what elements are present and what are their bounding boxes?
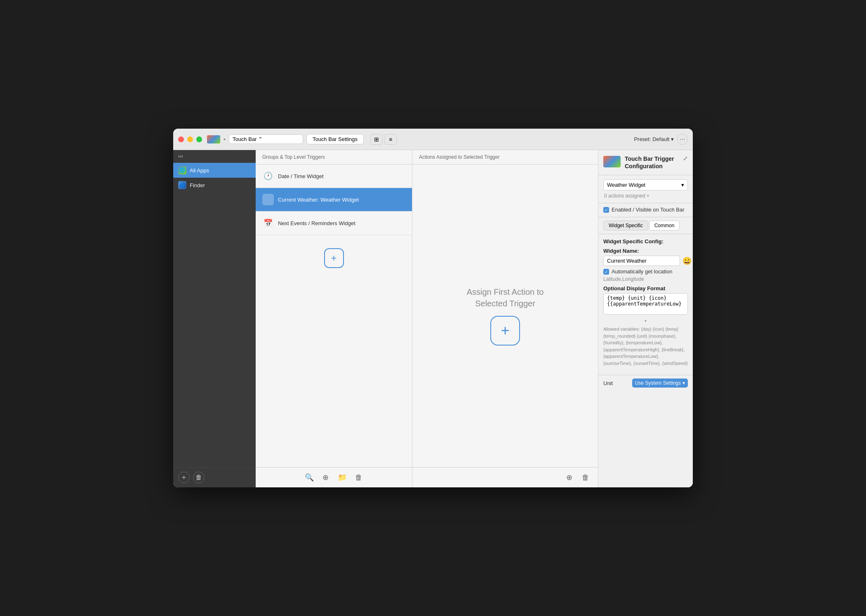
add-action-button[interactable]: ⊕ bbox=[563, 472, 575, 483]
more-options-button[interactable]: ··· bbox=[677, 134, 688, 145]
all-apps-icon: 🌐 bbox=[178, 166, 186, 174]
unit-value: Use System Settings bbox=[635, 380, 681, 386]
trigger-item-date-time[interactable]: 🕐 Date / Time Widget bbox=[256, 165, 412, 188]
right-panel: Touch Bar Trigger Configuration ⤢ Weathe… bbox=[598, 150, 693, 487]
config-section: Widget Specific Config: Widget Name: 😀 ✓… bbox=[598, 234, 693, 375]
triggers-bottom: 🔍 ⊕ 📁 🗑 bbox=[256, 467, 412, 487]
tab-common[interactable]: Common bbox=[649, 221, 680, 230]
enabled-row: ✓ Enabled / Visible on Touch Bar bbox=[598, 203, 693, 217]
enabled-checkbox[interactable]: ✓ bbox=[603, 207, 609, 213]
bullet-separator: • bbox=[603, 317, 688, 324]
right-panel-header: Touch Bar Trigger Configuration ⤢ bbox=[598, 150, 693, 175]
dropdown-chevron-icon: ⌃ bbox=[258, 136, 263, 142]
assign-action-button[interactable]: + bbox=[490, 316, 520, 346]
next-events-label: Next Events / Reminders Widget bbox=[278, 220, 355, 226]
auto-location-row: ✓ Automatically get location bbox=[603, 268, 688, 275]
group-triggers-button[interactable]: 📁 bbox=[337, 472, 348, 483]
check-icon: ✓ bbox=[605, 208, 608, 212]
date-time-label: Date / Time Widget bbox=[278, 173, 324, 179]
weather-widget-icon bbox=[262, 194, 274, 205]
widget-name-label: Widget Name: bbox=[603, 248, 688, 254]
dropdown-arrow-icon: ▾ bbox=[681, 182, 684, 188]
emoji-picker-button[interactable]: 😀 bbox=[682, 256, 692, 266]
add-trigger-icon: + bbox=[331, 252, 337, 264]
traffic-lights bbox=[178, 136, 202, 142]
unit-row: Unit Use System Settings ▾ bbox=[598, 375, 693, 391]
delete-trigger-button[interactable]: 🗑 bbox=[353, 472, 365, 483]
events-icon: 📅 bbox=[262, 217, 274, 229]
all-apps-label: All Apps bbox=[190, 167, 209, 174]
add-app-button[interactable]: + bbox=[178, 472, 190, 483]
sidebar-bottom: + 🗑 bbox=[173, 467, 256, 487]
search-triggers-button[interactable]: 🔍 bbox=[304, 472, 315, 483]
add-trigger-button[interactable]: + bbox=[324, 248, 344, 268]
title-bar: • Touch Bar ⌃ Touch Bar Settings ⊞ ≡ Pre… bbox=[173, 129, 693, 150]
trigger-config-icon bbox=[603, 156, 621, 167]
delete-action-button[interactable]: 🗑 bbox=[580, 472, 591, 483]
unit-dropdown[interactable]: Use System Settings ▾ bbox=[632, 379, 688, 388]
actions-count[interactable]: 0 actions assigned + bbox=[603, 193, 688, 199]
close-button[interactable] bbox=[178, 136, 184, 142]
minimize-button[interactable] bbox=[187, 136, 193, 142]
finder-icon: 🔵 bbox=[178, 181, 186, 189]
actions-column: Assign First Action to Selected Trigger … bbox=[412, 165, 598, 487]
finder-label: Finder bbox=[190, 182, 205, 188]
widget-type-section: Weather Widget ▾ 0 actions assigned + bbox=[598, 175, 693, 203]
delete-app-button[interactable]: 🗑 bbox=[193, 472, 205, 483]
optional-display-label: Optional Display Format bbox=[603, 285, 688, 292]
content-header: Groups & Top Level Triggers Actions Assi… bbox=[256, 150, 598, 165]
assign-add-icon: + bbox=[501, 322, 509, 339]
titlebar-center: • Touch Bar ⌃ Touch Bar Settings ⊞ ≡ bbox=[207, 134, 634, 145]
triggers-column: 🕐 Date / Time Widget Current Weather: We… bbox=[256, 165, 412, 487]
trigger-list: 🕐 Date / Time Widget Current Weather: We… bbox=[256, 165, 412, 467]
lat-lon-text: Latitude,Longitude bbox=[603, 276, 688, 282]
preset-area: Preset: Default ▾ ··· bbox=[634, 134, 688, 145]
grid-view-button[interactable]: ⊞ bbox=[370, 134, 383, 145]
tab-widget-specific[interactable]: Widget Specific bbox=[603, 221, 648, 230]
touch-bar-settings-button[interactable]: Touch Bar Settings bbox=[306, 134, 364, 144]
sidebar: ‹‹‹ 🌐 All Apps 🔵 Finder + 🗑 bbox=[173, 150, 256, 487]
content-columns: 🕐 Date / Time Widget Current Weather: We… bbox=[256, 165, 598, 487]
assign-placeholder: Assign First Action to Selected Trigger … bbox=[467, 165, 544, 467]
allowed-vars-text: Allowed variables: {day} {icon} {temp} {… bbox=[603, 326, 688, 367]
preset-button[interactable]: Preset: Default ▾ bbox=[634, 136, 674, 142]
dot-separator: • bbox=[224, 136, 226, 143]
config-title: Widget Specific Config: bbox=[603, 238, 688, 245]
add-trigger-bottom-button[interactable]: ⊕ bbox=[320, 472, 332, 483]
touch-bar-label: Touch Bar bbox=[233, 136, 257, 142]
date-time-icon: 🕐 bbox=[262, 170, 274, 182]
collapse-panel-button[interactable]: ⤢ bbox=[683, 155, 688, 162]
sidebar-item-all-apps[interactable]: 🌐 All Apps bbox=[173, 163, 256, 178]
touch-bar-dropdown[interactable]: Touch Bar ⌃ bbox=[229, 134, 303, 144]
enabled-label: Enabled / Visible on Touch Bar bbox=[612, 207, 685, 214]
unit-chevron-icon: ▾ bbox=[682, 380, 685, 386]
main-window: • Touch Bar ⌃ Touch Bar Settings ⊞ ≡ Pre… bbox=[173, 129, 693, 487]
trigger-item-next-events[interactable]: 📅 Next Events / Reminders Widget bbox=[256, 212, 412, 235]
main-layout: ‹‹‹ 🌐 All Apps 🔵 Finder + 🗑 Groups & Top… bbox=[173, 150, 693, 487]
unit-label: Unit bbox=[603, 380, 613, 386]
list-view-button[interactable]: ≡ bbox=[384, 134, 397, 145]
toolbar-icons: ⊞ ≡ bbox=[370, 134, 397, 145]
actions-bottom: ⊕ 🗑 bbox=[412, 467, 598, 487]
auto-location-checkbox[interactable]: ✓ bbox=[603, 269, 609, 275]
auto-check-icon: ✓ bbox=[605, 270, 608, 274]
widget-type-label: Weather Widget bbox=[607, 182, 645, 188]
content-area: Groups & Top Level Triggers Actions Assi… bbox=[256, 150, 598, 487]
widget-name-input[interactable] bbox=[603, 256, 680, 266]
current-weather-label: Current Weather: Weather Widget bbox=[278, 197, 359, 203]
auto-location-label: Automatically get location bbox=[612, 268, 672, 275]
format-textarea[interactable]: {temp} {unit} {icon} {{apparentTemperatu… bbox=[603, 293, 688, 315]
trigger-item-current-weather[interactable]: Current Weather: Weather Widget bbox=[256, 188, 412, 212]
back-button[interactable]: ‹‹‹ bbox=[173, 150, 256, 163]
sidebar-item-finder[interactable]: 🔵 Finder bbox=[173, 178, 256, 193]
panel-title: Touch Bar Trigger Configuration bbox=[625, 155, 679, 170]
widget-name-row: 😀 bbox=[603, 256, 688, 266]
actions-col-header: Actions Assigned to Selected Trigger bbox=[412, 150, 598, 164]
touch-bar-icon bbox=[207, 135, 220, 143]
tabs-row: Widget Specific Common bbox=[598, 217, 693, 234]
assign-text: Assign First Action to Selected Trigger bbox=[467, 286, 544, 309]
triggers-col-header: Groups & Top Level Triggers bbox=[256, 150, 412, 164]
widget-type-dropdown[interactable]: Weather Widget ▾ bbox=[603, 179, 688, 190]
maximize-button[interactable] bbox=[196, 136, 202, 142]
